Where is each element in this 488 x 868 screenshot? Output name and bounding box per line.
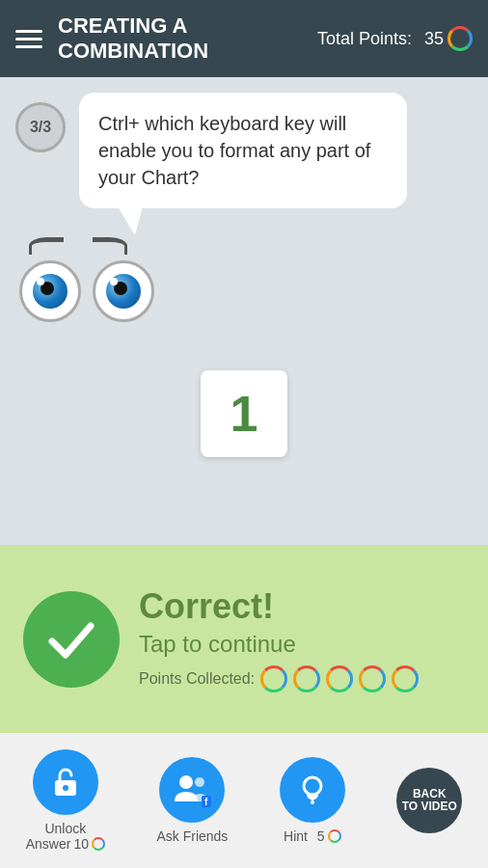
header: CREATING A COMBINATION Total Points: 35 xyxy=(0,0,488,77)
point-spinner-5 xyxy=(392,665,419,692)
title-line1: CREATING A xyxy=(58,14,187,38)
tap-continue-text: Tap to continue xyxy=(139,631,296,657)
answer-value: 1 xyxy=(230,385,258,443)
unlock-icon xyxy=(48,765,83,800)
total-points-value: 35 xyxy=(424,29,444,49)
hint-spinner-icon xyxy=(328,829,341,843)
menu-bar-3 xyxy=(15,45,42,48)
back-to-video-line1: BACK xyxy=(413,787,447,800)
main-content: 3/3 Ctrl+ which keyboard key will enable… xyxy=(0,77,488,733)
back-to-video-line2: TO VIDEO xyxy=(402,800,457,813)
left-iris xyxy=(33,274,68,309)
menu-bar-1 xyxy=(15,30,42,33)
total-points: Total Points: 35 xyxy=(317,26,473,51)
points-collected: Points Collected: xyxy=(139,665,419,692)
svg-point-1 xyxy=(63,785,68,791)
back-to-video-button[interactable]: BACK TO VIDEO xyxy=(396,768,462,833)
right-eye-shine xyxy=(110,278,118,285)
unlock-sublabel-row: Answer10 xyxy=(26,836,105,852)
page-title: CREATING A COMBINATION xyxy=(58,14,317,65)
hint-points: 5 xyxy=(317,828,325,844)
unlock-points: 10 xyxy=(73,836,89,852)
ask-friends-icon: f xyxy=(173,773,211,807)
correct-label-text: Correct! xyxy=(139,586,274,626)
right-iris xyxy=(106,274,141,309)
right-eye xyxy=(93,260,154,322)
hint-button[interactable]: Hint 5 xyxy=(280,757,345,844)
unlock-label: Unlock Answer10 xyxy=(26,821,105,852)
hint-icon-circle xyxy=(280,757,345,823)
point-spinner-4 xyxy=(359,665,386,692)
progress-text: 3/3 xyxy=(30,119,51,136)
hint-label-row: Hint 5 xyxy=(284,828,341,844)
tap-continue-label: Tap to continue xyxy=(139,631,296,658)
menu-bar-2 xyxy=(15,38,42,41)
svg-point-6 xyxy=(304,777,321,795)
unlock-icon-circle xyxy=(33,749,98,815)
unlock-text: Unlock xyxy=(26,821,105,836)
hint-text: Hint xyxy=(284,828,308,844)
question-text: Ctrl+ which keyboard key will enable you… xyxy=(98,113,370,188)
speech-bubble-area: 3/3 Ctrl+ which keyboard key will enable… xyxy=(0,77,488,208)
total-points-label: Total Points: xyxy=(317,29,412,49)
footer: Unlock Answer10 f Ask Friends xyxy=(0,733,488,868)
svg-point-3 xyxy=(195,777,204,787)
character-face xyxy=(19,237,154,322)
answer-card: 1 xyxy=(201,370,287,457)
correct-label: Correct! xyxy=(139,586,274,627)
eyebrows xyxy=(29,237,127,255)
unlock-spinner-icon xyxy=(92,837,105,851)
menu-button[interactable] xyxy=(15,30,42,48)
hint-icon xyxy=(295,773,330,807)
unlock-sublabel: Answer xyxy=(26,836,71,852)
progress-indicator: 3/3 xyxy=(15,102,66,152)
checkmark-circle xyxy=(23,591,120,688)
points-collected-label: Points Collected: xyxy=(139,670,255,688)
left-eye-shine xyxy=(37,278,44,285)
ask-friends-label: Ask Friends xyxy=(156,828,228,844)
svg-point-2 xyxy=(179,775,193,789)
right-eyebrow xyxy=(93,237,127,255)
correct-banner[interactable]: Correct! Tap to continue Points Collecte… xyxy=(0,545,488,733)
ask-friends-text: Ask Friends xyxy=(156,828,228,844)
hint-label: Hint 5 xyxy=(284,828,341,844)
point-spinner-2 xyxy=(293,665,320,692)
ask-friends-button[interactable]: f Ask Friends xyxy=(156,757,228,844)
point-spinner-1 xyxy=(260,665,287,692)
correct-text-area: Correct! Tap to continue Points Collecte… xyxy=(139,586,419,692)
unlock-answer-button[interactable]: Unlock Answer10 xyxy=(26,749,105,852)
left-eyebrow xyxy=(29,237,64,255)
points-spinner-icon xyxy=(447,26,473,51)
title-line2: COMBINATION xyxy=(58,39,208,63)
point-spinner-3 xyxy=(326,665,353,692)
eyes xyxy=(19,260,154,322)
back-to-video-label: BACK TO VIDEO xyxy=(402,788,457,813)
back-to-video-icon-circle: BACK TO VIDEO xyxy=(396,768,462,833)
svg-point-8 xyxy=(311,800,314,804)
ask-friends-icon-circle: f xyxy=(159,757,225,823)
left-eye xyxy=(19,260,81,322)
checkmark-icon xyxy=(42,610,100,668)
question-bubble: Ctrl+ which keyboard key will enable you… xyxy=(79,93,407,208)
